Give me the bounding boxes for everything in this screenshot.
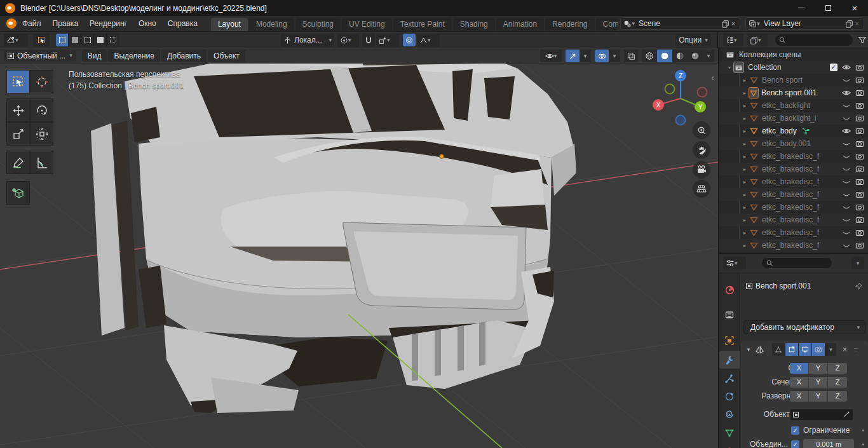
menu-help[interactable]: Справка [162,17,203,31]
options-dropdown[interactable]: Опции ▾ [675,34,711,46]
perspective-toggle-button[interactable] [693,180,710,198]
unlink-scene-icon[interactable]: × [729,20,737,27]
properties-search-input[interactable] [761,257,832,269]
camera-view-button[interactable] [693,161,710,179]
workspace-tab-sculpting[interactable]: Sculpting [295,18,341,31]
shading-wireframe-button[interactable] [642,50,657,62]
scene-icon[interactable] [623,20,632,28]
eye-closed-icon[interactable] [842,241,851,250]
outliner-row-object[interactable]: ► etkc_brakedisc_f [719,201,868,214]
pin-icon[interactable] [855,282,863,290]
snap-toggle-button[interactable] [362,34,375,46]
tab-modifier-properties[interactable] [719,351,740,369]
eye-closed-icon[interactable] [842,139,851,148]
outliner-row-object[interactable]: ► etkc_backlight [719,99,868,112]
flip-z-button[interactable]: Z [828,391,847,402]
outliner-row-object[interactable]: ► etkc_brakedisc_f [719,175,868,188]
disclosure-icon[interactable]: ► [741,180,749,184]
disclosure-icon[interactable]: ► [741,167,749,172]
render-visibility-icon[interactable] [855,165,864,173]
outliner-row-object[interactable]: ► etkc_body.001 [719,137,868,150]
merge-checkbox[interactable]: ✓ [791,440,799,448]
mirror-object-field[interactable] [790,409,853,421]
outliner-row-collection[interactable]: ▼ Collection ✓ [719,61,868,74]
disclosure-icon[interactable]: ► [741,231,749,235]
disclosure-icon[interactable]: ► [741,243,749,248]
view-layer-browse-chevron-icon[interactable]: ▾ [757,21,760,27]
tool-measure[interactable] [30,151,53,174]
mode-dropdown[interactable]: Объектный ... ▾ [4,50,76,62]
workspace-tab-compositing[interactable]: Compositing [596,18,618,31]
render-visibility-icon[interactable] [855,76,864,85]
eye-closed-icon[interactable] [842,101,851,110]
eye-closed-icon[interactable] [842,76,851,85]
modifier-on-cage-toggle[interactable] [772,343,785,356]
menu-view[interactable]: Вид [82,50,107,62]
tool-cursor[interactable] [30,70,53,93]
close-button[interactable]: × [841,0,868,16]
filter-icon[interactable] [858,36,867,44]
disclosure-icon[interactable]: ▼ [726,65,733,70]
eyedropper-icon[interactable] [843,411,850,418]
disclosure-icon[interactable]: ► [741,116,749,121]
axis-x-button[interactable]: X [790,363,809,374]
tab-render-properties[interactable] [719,281,740,299]
outliner-row-object[interactable]: ► Bench sport [719,74,868,86]
disclosure-icon[interactable]: ► [741,129,749,133]
bisect-y-button[interactable]: Y [809,377,828,388]
overlays-toggle[interactable] [595,50,609,62]
menu-select[interactable]: Выделение [108,50,160,62]
blender-menu-icon[interactable] [6,18,17,29]
tab-material-properties[interactable] [719,442,740,448]
menu-object[interactable]: Объект [208,50,245,62]
menu-render[interactable]: Рендеринг [84,17,133,31]
render-visibility-icon[interactable] [855,228,864,237]
menu-edit[interactable]: Правка [47,17,85,31]
axis-y-button[interactable]: Y [809,363,828,374]
render-visibility-icon[interactable] [855,203,864,212]
outliner-row-object[interactable]: ► etkc_brakedisc_f [719,188,868,201]
render-visibility-icon[interactable] [855,177,864,186]
select-mode-box[interactable] [56,34,69,46]
render-visibility-icon[interactable] [855,241,864,250]
outliner-editor-type-button[interactable]: ▾ [723,34,743,46]
flip-x-button[interactable]: X [790,391,809,402]
workspace-tab-uv-editing[interactable]: UV Editing [342,18,392,31]
eye-closed-icon[interactable] [842,203,851,212]
disclosure-icon[interactable]: ► [741,193,749,197]
outliner-row-object[interactable]: ► etkc_brakedisc_f [719,214,868,226]
tool-select-box[interactable] [6,70,30,93]
disclosure-icon[interactable]: ► [741,205,749,210]
disclosure-icon[interactable]: ► [741,218,749,222]
render-visibility-icon[interactable] [855,126,864,135]
workspace-tab-shading[interactable]: Shading [453,18,495,31]
workspace-tab-layout[interactable]: Layout [211,18,248,31]
add-modifier-dropdown[interactable]: Добавить модификатор ▾ [743,320,865,334]
render-visibility-icon[interactable] [855,114,864,123]
breadcrumb-object-name[interactable]: Bench sport.001 [756,282,811,290]
flip-y-button[interactable]: Y [809,391,828,402]
properties-editor-type-button[interactable]: ▾ [723,257,746,269]
outliner-row-object-active[interactable]: ► Bench sport.001 [719,86,868,99]
animate-dot[interactable]: • [862,441,864,448]
tab-object-properties[interactable] [719,332,740,350]
select-mode-subtract[interactable] [81,34,94,46]
shading-solid-button[interactable] [657,50,672,62]
disclosure-icon[interactable]: ► [741,104,749,108]
render-visibility-icon[interactable] [855,215,864,224]
modifier-extras-dropdown[interactable]: ▾ [825,343,836,356]
select-mode-extend[interactable] [69,34,81,46]
disclosure-icon[interactable]: ► [741,154,749,159]
navigation-gizmo[interactable]: Z X Y [649,67,712,130]
eye-closed-icon[interactable] [842,152,851,161]
delete-modifier-button[interactable]: × [843,345,847,354]
menu-window[interactable]: Окно [133,17,162,31]
eye-closed-icon[interactable] [842,177,851,186]
tool-add-cube[interactable] [6,181,30,205]
outliner-row-object[interactable]: ► etkc_backlight_i [719,112,868,125]
editor-type-button[interactable]: ▾ [4,34,28,46]
new-view-layer-icon[interactable] [845,20,853,28]
select-mode-intersect[interactable] [107,34,119,46]
remove-view-layer-icon[interactable]: × [853,20,861,27]
merge-threshold-field[interactable]: 0.001 m [803,439,854,448]
